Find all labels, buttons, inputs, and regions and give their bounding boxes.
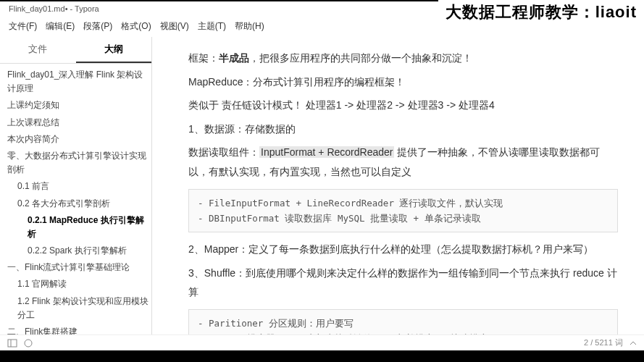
menu-help[interactable]: 帮助(H) bbox=[232, 19, 267, 34]
outline-item[interactable]: 本次内容简介 bbox=[7, 131, 151, 148]
sidebar-toggle-icon bbox=[7, 338, 17, 348]
tab-files[interactable]: 文件 bbox=[0, 37, 76, 63]
watermark-overlay: 大数据工程师教学：liaoit bbox=[438, 0, 644, 25]
outline-item[interactable]: 1.2 Flink 架构设计实现和应用模块分工 bbox=[7, 293, 151, 324]
paragraph: 3、Shuffle：到底使用哪个规则来决定什么样的数据作为一组传输到同一个节点来… bbox=[188, 264, 618, 302]
editor-content[interactable]: 框架：半成品，把很多应用程序的共同部分做一个抽象和沉淀！ MapReduce：分… bbox=[152, 37, 644, 354]
svg-point-2 bbox=[25, 340, 32, 347]
menu-file[interactable]: 文件(F) bbox=[6, 19, 40, 34]
paragraph: 2、Mapper：定义了每一条数据到底执行什么样的处理（怎么提取数据打标机？用户… bbox=[188, 240, 618, 259]
svg-rect-0 bbox=[8, 340, 17, 347]
tab-outline[interactable]: 大纲 bbox=[76, 37, 152, 63]
outline-item[interactable]: 0.2 各大分布式引擎剖析 bbox=[7, 195, 151, 212]
sidebar: 文件 大纲 Flink_day01_深入理解 Flink 架构设计原理上课约定须… bbox=[0, 37, 152, 354]
menu-format[interactable]: 格式(O) bbox=[118, 19, 154, 34]
outline-item[interactable]: Flink_day01_深入理解 Flink 架构设计原理 bbox=[7, 67, 151, 97]
outline-tree[interactable]: Flink_day01_深入理解 Flink 架构设计原理上课约定须知上次课程总… bbox=[0, 64, 151, 354]
menu-paragraph[interactable]: 段落(P) bbox=[80, 19, 115, 34]
code-block: - FileInputFormat + LineRecordReader 逐行读… bbox=[188, 189, 618, 233]
outline-item[interactable]: 零、大数据分布式计算引擎设计实现剖析 bbox=[7, 148, 151, 178]
outline-item[interactable]: 0.2.1 MapReduce 执行引擎解析 bbox=[7, 212, 151, 243]
paragraph: 1、数据源：存储数据的 bbox=[188, 119, 618, 139]
paragraph: 框架：半成品，把很多应用程序的共同部分做一个抽象和沉淀！ bbox=[188, 49, 618, 68]
outline-item[interactable]: 一、Flink流式计算引擎基础理论 bbox=[7, 259, 151, 276]
paragraph: 数据读取组件：InputFormat + RecordReader 提供了一种抽… bbox=[188, 143, 618, 181]
menu-edit[interactable]: 编辑(E) bbox=[43, 19, 78, 34]
outline-item[interactable]: 1.1 官网解读 bbox=[7, 276, 151, 292]
outline-item[interactable]: 上次课程总结 bbox=[7, 114, 151, 131]
highlighted-text: InputFormat + RecordReader bbox=[259, 146, 394, 158]
status-left[interactable] bbox=[7, 337, 33, 348]
chevron-up-icon[interactable] bbox=[630, 340, 637, 347]
outline-item[interactable]: 0.1 前言 bbox=[7, 178, 151, 195]
menu-view[interactable]: 视图(V) bbox=[157, 19, 192, 34]
paragraph: MapReduce：分布式计算引用程序的编程框架！ bbox=[188, 72, 618, 92]
paragraph: 类似于 责任链设计模式！ 处理器1 -> 处理器2 -> 处理器3 -> 处理器… bbox=[188, 96, 618, 115]
menu-theme[interactable]: 主题(T) bbox=[195, 19, 229, 34]
status-bar: 2 / 5211 词 bbox=[0, 334, 644, 350]
outline-item[interactable]: 0.2.2 Spark 执行引擎解析 bbox=[7, 243, 151, 259]
sidebar-tabs: 文件 大纲 bbox=[0, 37, 151, 64]
circle-icon bbox=[24, 339, 33, 348]
outline-item[interactable]: 上课约定须知 bbox=[7, 97, 151, 114]
word-count[interactable]: 2 / 5211 词 bbox=[584, 338, 623, 347]
